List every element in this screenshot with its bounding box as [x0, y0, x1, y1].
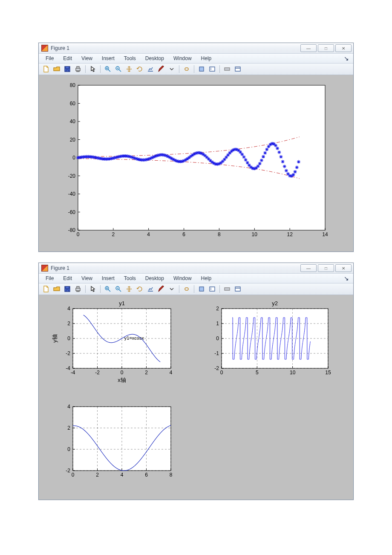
menu-window[interactable]: Window: [169, 274, 197, 283]
svg-text:2: 2: [67, 425, 70, 431]
pointer-icon[interactable]: [88, 284, 98, 294]
open-icon[interactable]: [52, 284, 61, 294]
svg-text:0: 0: [220, 370, 223, 376]
svg-text:2: 2: [96, 472, 99, 478]
menu-insert[interactable]: Insert: [98, 274, 120, 283]
titlebar[interactable]: Figure 1 — □ ✕: [39, 263, 353, 274]
data-cursor-icon[interactable]: [146, 64, 155, 74]
pointer-icon[interactable]: [88, 64, 98, 74]
minimize-button[interactable]: —: [300, 264, 317, 272]
legend-icon[interactable]: [208, 284, 217, 294]
svg-text:0: 0: [72, 472, 75, 478]
svg-text:2: 2: [216, 306, 219, 312]
menu-tools[interactable]: Tools: [120, 274, 141, 283]
maximize-button[interactable]: □: [318, 44, 334, 52]
close-button[interactable]: ✕: [335, 264, 352, 272]
rotate-icon[interactable]: [135, 284, 144, 294]
menu-desktop[interactable]: Desktop: [141, 54, 169, 63]
svg-text:14: 14: [322, 231, 328, 237]
menu-help[interactable]: Help: [197, 274, 217, 283]
menu-window[interactable]: Window: [169, 54, 197, 63]
svg-text:-1: -1: [214, 350, 219, 356]
zoom-out-icon[interactable]: [114, 64, 123, 74]
svg-text:8: 8: [170, 472, 173, 478]
pan-icon[interactable]: [124, 284, 134, 294]
zoom-in-icon[interactable]: [103, 284, 112, 294]
svg-text:y轴: y轴: [52, 334, 58, 343]
svg-text:-2: -2: [66, 350, 70, 356]
zoom-in-icon[interactable]: [103, 64, 112, 74]
save-icon[interactable]: [63, 64, 72, 74]
menu-edit[interactable]: Edit: [59, 274, 77, 283]
svg-text:y1: y1: [119, 300, 125, 306]
menu-file[interactable]: File: [41, 274, 59, 283]
svg-text:2: 2: [145, 370, 148, 376]
pan-icon[interactable]: [124, 64, 134, 74]
menu-insert[interactable]: Insert: [98, 54, 120, 63]
menu-edit[interactable]: Edit: [59, 54, 77, 63]
svg-text:10: 10: [290, 370, 296, 376]
print-icon[interactable]: [73, 284, 83, 294]
matlab-icon: [41, 265, 48, 272]
new-file-icon[interactable]: [41, 64, 51, 74]
menubar: File Edit View Insert Tools Desktop Wind…: [39, 54, 353, 64]
toolbar: [39, 283, 353, 295]
svg-text:4: 4: [121, 472, 124, 478]
menu-tools[interactable]: Tools: [120, 54, 141, 63]
colorbar-icon[interactable]: [197, 64, 206, 74]
link-icon[interactable]: [182, 284, 191, 294]
svg-text:1: 1: [216, 321, 219, 327]
save-icon[interactable]: [63, 284, 72, 294]
titlebar[interactable]: Figure 1 — □ ✕: [39, 43, 353, 54]
svg-text:0: 0: [216, 335, 219, 341]
svg-text:6: 6: [182, 231, 185, 237]
link-icon[interactable]: [182, 64, 191, 74]
new-file-icon[interactable]: [41, 284, 51, 294]
dock-icon[interactable]: [233, 284, 242, 294]
brush-icon[interactable]: [156, 284, 166, 294]
menu-chevron-icon[interactable]: ↘: [340, 54, 351, 63]
svg-text:40: 40: [70, 119, 76, 124]
window-title: Figure 1: [51, 45, 299, 51]
svg-text:12: 12: [287, 231, 293, 237]
svg-text:-2: -2: [66, 468, 70, 474]
dropdown-icon[interactable]: [167, 64, 176, 74]
plot-area-1: 02468101214-80-60-40-20020406080: [39, 75, 353, 251]
svg-text:-40: -40: [68, 191, 76, 197]
dock-icon[interactable]: [233, 64, 242, 74]
open-icon[interactable]: [52, 64, 61, 74]
figure-window-2: Figure 1 — □ ✕ File Edit View Insert Too…: [38, 263, 354, 500]
svg-text:-4: -4: [66, 365, 70, 371]
data-cursor-icon[interactable]: [146, 284, 155, 294]
hide-icon[interactable]: [222, 64, 232, 74]
brush-icon[interactable]: [156, 64, 166, 74]
svg-text:-2: -2: [214, 365, 219, 371]
svg-text:15: 15: [325, 370, 331, 376]
menu-view[interactable]: View: [77, 274, 98, 283]
svg-text:2: 2: [112, 231, 115, 237]
rotate-icon[interactable]: [135, 64, 144, 74]
menu-desktop[interactable]: Desktop: [141, 274, 169, 283]
menu-chevron-icon[interactable]: ↘: [340, 274, 351, 283]
legend-icon[interactable]: [208, 64, 217, 74]
axes-1: 02468101214-80-60-40-20020406080: [44, 80, 338, 246]
svg-text:0: 0: [72, 155, 75, 161]
menu-help[interactable]: Help: [197, 54, 217, 63]
menu-view[interactable]: View: [77, 54, 98, 63]
colorbar-icon[interactable]: [197, 284, 206, 294]
close-button[interactable]: ✕: [335, 44, 352, 52]
svg-text:y2: y2: [272, 300, 278, 306]
toolbar: [39, 64, 353, 75]
maximize-button[interactable]: □: [318, 264, 334, 272]
menu-file[interactable]: File: [41, 54, 59, 63]
zoom-out-icon[interactable]: [114, 284, 123, 294]
svg-text:4: 4: [170, 370, 173, 376]
svg-text:x轴: x轴: [118, 377, 126, 383]
svg-text:4: 4: [67, 306, 70, 312]
print-icon[interactable]: [73, 64, 83, 74]
svg-text:-4: -4: [71, 370, 75, 376]
plot-area-2: y1-4-2024-4-2024x轴y轴y1=xcosx y2051015-2-…: [39, 295, 353, 500]
minimize-button[interactable]: —: [300, 44, 317, 52]
dropdown-icon[interactable]: [167, 284, 176, 294]
hide-icon[interactable]: [222, 284, 232, 294]
